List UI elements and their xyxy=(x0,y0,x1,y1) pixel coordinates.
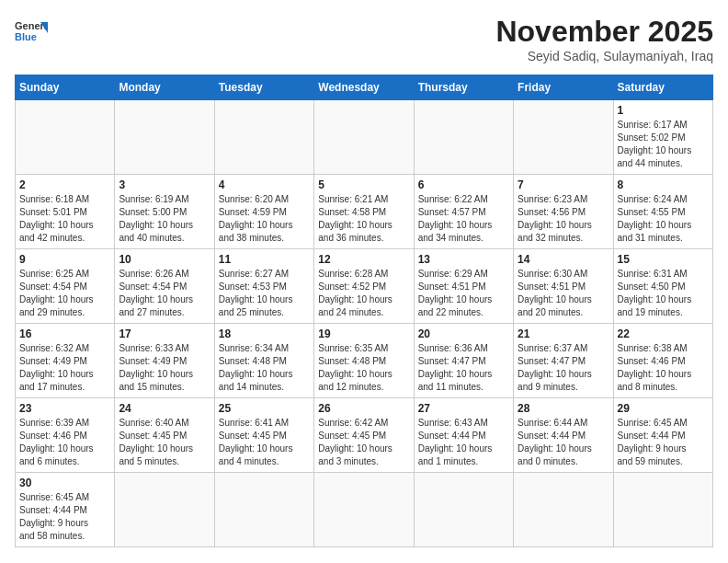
day-number: 25 xyxy=(219,402,310,415)
table-row: 17Sunrise: 6:33 AMSunset: 4:49 PMDayligh… xyxy=(115,324,214,398)
table-row: 29Sunrise: 6:45 AMSunset: 4:44 PMDayligh… xyxy=(613,398,712,473)
calendar-row: 9Sunrise: 6:25 AMSunset: 4:54 PMDaylight… xyxy=(16,249,713,324)
title-section: November 2025 Seyid Sadiq, Sulaymaniyah,… xyxy=(495,15,713,63)
table-row: 16Sunrise: 6:32 AMSunset: 4:49 PMDayligh… xyxy=(16,324,115,398)
table-row: 10Sunrise: 6:26 AMSunset: 4:54 PMDayligh… xyxy=(115,249,214,324)
calendar-row: 23Sunrise: 6:39 AMSunset: 4:46 PMDayligh… xyxy=(16,398,713,473)
day-number: 10 xyxy=(119,253,210,266)
table-row xyxy=(214,100,313,175)
day-info: Sunrise: 6:38 AMSunset: 4:46 PMDaylight:… xyxy=(618,342,709,394)
day-info: Sunrise: 6:37 AMSunset: 4:47 PMDaylight:… xyxy=(518,342,609,394)
day-number: 24 xyxy=(119,402,210,415)
day-number: 29 xyxy=(618,402,709,415)
table-row: 4Sunrise: 6:20 AMSunset: 4:59 PMDaylight… xyxy=(214,175,313,249)
calendar-row: 30Sunrise: 6:45 AMSunset: 4:44 PMDayligh… xyxy=(16,473,713,547)
day-info: Sunrise: 6:43 AMSunset: 4:44 PMDaylight:… xyxy=(418,417,509,468)
header-tuesday: Tuesday xyxy=(214,75,313,100)
day-info: Sunrise: 6:28 AMSunset: 4:52 PMDaylight:… xyxy=(318,268,409,319)
day-number: 9 xyxy=(19,253,110,266)
day-number: 13 xyxy=(418,253,509,266)
table-row: 11Sunrise: 6:27 AMSunset: 4:53 PMDayligh… xyxy=(214,249,313,324)
day-info: Sunrise: 6:23 AMSunset: 4:56 PMDaylight:… xyxy=(518,193,609,245)
table-row: 26Sunrise: 6:42 AMSunset: 4:45 PMDayligh… xyxy=(314,398,414,473)
table-row: 21Sunrise: 6:37 AMSunset: 4:47 PMDayligh… xyxy=(514,324,613,398)
table-row: 13Sunrise: 6:29 AMSunset: 4:51 PMDayligh… xyxy=(414,249,513,324)
table-row xyxy=(115,100,214,175)
header-monday: Monday xyxy=(115,75,214,100)
table-row xyxy=(314,473,414,547)
day-info: Sunrise: 6:36 AMSunset: 4:47 PMDaylight:… xyxy=(418,342,509,394)
header-thursday: Thursday xyxy=(414,75,513,100)
day-number: 22 xyxy=(618,327,709,340)
day-number: 17 xyxy=(119,327,210,340)
header-friday: Friday xyxy=(514,75,613,100)
day-number: 23 xyxy=(19,402,110,415)
day-info: Sunrise: 6:32 AMSunset: 4:49 PMDaylight:… xyxy=(19,342,110,394)
calendar-row: 2Sunrise: 6:18 AMSunset: 5:01 PMDaylight… xyxy=(16,175,713,249)
table-row xyxy=(613,473,712,547)
table-row xyxy=(314,100,414,175)
day-number: 12 xyxy=(318,253,409,266)
day-info: Sunrise: 6:20 AMSunset: 4:59 PMDaylight:… xyxy=(219,193,310,245)
day-info: Sunrise: 6:45 AMSunset: 4:44 PMDaylight:… xyxy=(19,491,110,543)
day-info: Sunrise: 6:19 AMSunset: 5:00 PMDaylight:… xyxy=(119,193,210,245)
table-row: 14Sunrise: 6:30 AMSunset: 4:51 PMDayligh… xyxy=(514,249,613,324)
day-number: 27 xyxy=(418,402,509,415)
day-info: Sunrise: 6:22 AMSunset: 4:57 PMDaylight:… xyxy=(418,193,509,245)
svg-text:Blue: Blue xyxy=(15,31,37,42)
day-info: Sunrise: 6:24 AMSunset: 4:55 PMDaylight:… xyxy=(618,193,709,245)
table-row: 20Sunrise: 6:36 AMSunset: 4:47 PMDayligh… xyxy=(414,324,513,398)
day-number: 30 xyxy=(19,477,110,489)
day-info: Sunrise: 6:30 AMSunset: 4:51 PMDaylight:… xyxy=(518,268,609,319)
calendar-table: Sunday Monday Tuesday Wednesday Thursday… xyxy=(15,75,713,547)
header-sunday: Sunday xyxy=(16,75,115,100)
day-info: Sunrise: 6:21 AMSunset: 4:58 PMDaylight:… xyxy=(318,193,409,245)
table-row: 28Sunrise: 6:44 AMSunset: 4:44 PMDayligh… xyxy=(514,398,613,473)
day-info: Sunrise: 6:25 AMSunset: 4:54 PMDaylight:… xyxy=(19,268,110,319)
table-row: 24Sunrise: 6:40 AMSunset: 4:45 PMDayligh… xyxy=(115,398,214,473)
day-info: Sunrise: 6:33 AMSunset: 4:49 PMDaylight:… xyxy=(119,342,210,394)
day-info: Sunrise: 6:17 AMSunset: 5:02 PMDaylight:… xyxy=(618,119,709,170)
table-row: 25Sunrise: 6:41 AMSunset: 4:45 PMDayligh… xyxy=(214,398,313,473)
day-number: 7 xyxy=(518,178,609,191)
day-number: 19 xyxy=(318,327,409,340)
table-row: 12Sunrise: 6:28 AMSunset: 4:52 PMDayligh… xyxy=(314,249,414,324)
table-row: 18Sunrise: 6:34 AMSunset: 4:48 PMDayligh… xyxy=(214,324,313,398)
day-number: 6 xyxy=(418,178,509,191)
day-info: Sunrise: 6:34 AMSunset: 4:48 PMDaylight:… xyxy=(219,342,310,394)
day-info: Sunrise: 6:29 AMSunset: 4:51 PMDaylight:… xyxy=(418,268,509,319)
table-row: 9Sunrise: 6:25 AMSunset: 4:54 PMDaylight… xyxy=(16,249,115,324)
table-row xyxy=(214,473,313,547)
table-row xyxy=(414,473,513,547)
day-number: 21 xyxy=(518,327,609,340)
table-row: 30Sunrise: 6:45 AMSunset: 4:44 PMDayligh… xyxy=(16,473,115,547)
svg-text:General: General xyxy=(15,20,48,31)
day-info: Sunrise: 6:41 AMSunset: 4:45 PMDaylight:… xyxy=(219,417,310,468)
table-row xyxy=(115,473,214,547)
table-row: 22Sunrise: 6:38 AMSunset: 4:46 PMDayligh… xyxy=(613,324,712,398)
day-info: Sunrise: 6:27 AMSunset: 4:53 PMDaylight:… xyxy=(219,268,310,319)
page-header: General Blue November 2025 Seyid Sadiq, … xyxy=(15,15,713,63)
day-info: Sunrise: 6:26 AMSunset: 4:54 PMDaylight:… xyxy=(119,268,210,319)
table-row: 8Sunrise: 6:24 AMSunset: 4:55 PMDaylight… xyxy=(613,175,712,249)
day-number: 26 xyxy=(318,402,409,415)
table-row: 15Sunrise: 6:31 AMSunset: 4:50 PMDayligh… xyxy=(613,249,712,324)
day-number: 28 xyxy=(518,402,609,415)
table-row: 6Sunrise: 6:22 AMSunset: 4:57 PMDaylight… xyxy=(414,175,513,249)
location-subtitle: Seyid Sadiq, Sulaymaniyah, Iraq xyxy=(495,49,713,63)
day-number: 1 xyxy=(618,104,709,117)
day-number: 11 xyxy=(219,253,310,266)
table-row: 2Sunrise: 6:18 AMSunset: 5:01 PMDaylight… xyxy=(16,175,115,249)
weekday-header-row: Sunday Monday Tuesday Wednesday Thursday… xyxy=(16,75,713,100)
table-row xyxy=(514,100,613,175)
day-info: Sunrise: 6:42 AMSunset: 4:45 PMDaylight:… xyxy=(318,417,409,468)
day-number: 5 xyxy=(318,178,409,191)
day-number: 2 xyxy=(19,178,110,191)
logo-icon: General Blue xyxy=(15,15,48,48)
table-row: 7Sunrise: 6:23 AMSunset: 4:56 PMDaylight… xyxy=(514,175,613,249)
table-row: 1Sunrise: 6:17 AMSunset: 5:02 PMDaylight… xyxy=(613,100,712,175)
day-number: 4 xyxy=(219,178,310,191)
calendar-row: 1Sunrise: 6:17 AMSunset: 5:02 PMDaylight… xyxy=(16,100,713,175)
day-info: Sunrise: 6:35 AMSunset: 4:48 PMDaylight:… xyxy=(318,342,409,394)
day-number: 8 xyxy=(618,178,709,191)
